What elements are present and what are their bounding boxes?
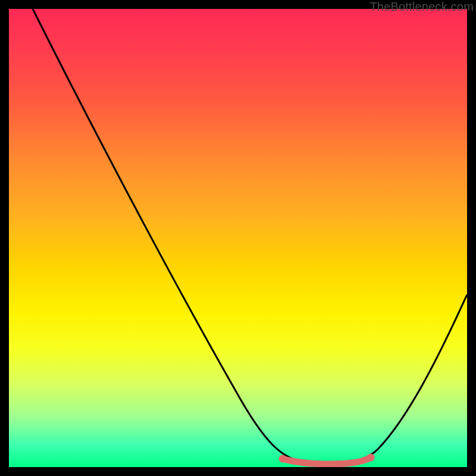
bottleneck-highlight-path [283,458,371,464]
watermark-text: TheBottleneck.com [369,0,474,14]
highlight-dot-right [367,454,375,462]
highlight-dot-left [279,455,287,463]
bottleneck-curve-path [33,9,467,463]
bottleneck-curve-svg [9,9,467,467]
chart-frame [9,9,467,467]
